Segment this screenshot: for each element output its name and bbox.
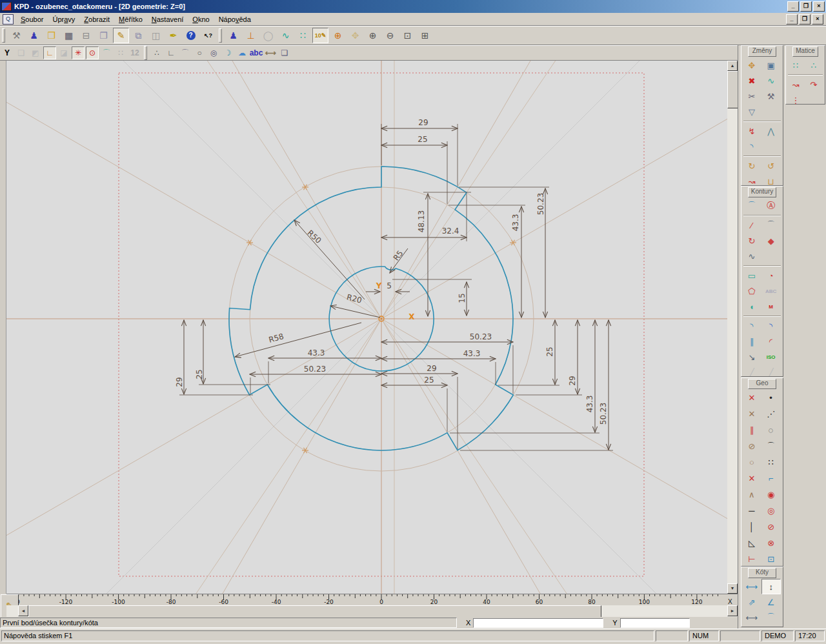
line-gray-a-icon[interactable]: ╱ (742, 365, 761, 377)
triangle-icon[interactable]: ◺ (742, 535, 761, 551)
title-bar[interactable]: KPD - ozubenec_otackomeru - [2D geometri… (0, 0, 826, 13)
point-icon[interactable]: • (761, 390, 781, 406)
sign-button[interactable]: ✒ (165, 28, 181, 43)
view-3d-button[interactable]: ◫ (148, 28, 164, 43)
auto-contour-icon[interactable]: Ⓐ (761, 198, 781, 214)
circle-center-icon[interactable]: ◉ (761, 487, 781, 503)
text-abc-button[interactable]: abc (250, 46, 263, 59)
palette-title-geo[interactable]: Geo (748, 379, 776, 389)
insert-node-icon[interactable]: ∿ (761, 73, 781, 88)
dim-horizontal-icon[interactable]: ⟷ (742, 579, 761, 594)
drawing-area[interactable]: 292532.45YX48.1343.350.2315R50R5R20R5829… (6, 61, 727, 594)
circle-box-icon[interactable]: ⊡ (761, 551, 781, 567)
draw-contour-button[interactable]: ☽ (221, 46, 234, 59)
angle-lines-icon[interactable]: ∧ (742, 487, 761, 503)
palette-title-zmeny[interactable]: Změny (748, 46, 776, 57)
horizontal-line-icon[interactable]: ─ (742, 503, 761, 519)
draw-points-button[interactable]: ∴ (150, 46, 163, 59)
new-window-button[interactable]: ❐ (96, 28, 112, 43)
text-contour-icon[interactable]: ABC (761, 283, 781, 299)
trim-scissors-icon[interactable]: ✂ (742, 88, 761, 104)
hand-curve-icon[interactable]: ↝ (742, 174, 761, 186)
layers-button[interactable]: ◩ (29, 46, 42, 59)
hscroll-thumb[interactable] (28, 605, 601, 618)
hand-move-icon[interactable]: ✥ (742, 57, 761, 73)
filter-icon[interactable]: ▽ (742, 104, 761, 119)
circle-2tangent-icon[interactable]: ⊗ (761, 535, 781, 551)
drawing-svg[interactable] (6, 61, 727, 594)
filled-region-icon[interactable]: ◆ (761, 233, 781, 248)
menu-nastaveni[interactable]: Nastavení (147, 14, 188, 25)
mirror-button[interactable]: ◪ (57, 46, 70, 59)
context-help-button[interactable]: ↖? (200, 28, 216, 43)
mdi-minimize-button[interactable]: _ (786, 14, 798, 25)
dimension-edit-button[interactable]: 10✎ (312, 28, 328, 43)
preview-button[interactable]: ⧉ (130, 28, 146, 43)
arc-mode-button[interactable]: ⌒ (100, 46, 113, 59)
circle-ref-button[interactable]: ◯ (260, 28, 276, 43)
intersect-mark-icon[interactable]: ✕ (742, 470, 761, 487)
offset-contour-icon[interactable]: ∥ (742, 334, 761, 349)
page-button[interactable]: ❑ (15, 46, 28, 59)
menu-okno[interactable]: Okno (188, 14, 214, 25)
dim-radius-icon[interactable]: ⊂ (742, 625, 761, 627)
toolbar-grip[interactable] (2, 28, 5, 43)
mdi-close-button[interactable]: × (812, 14, 823, 25)
zoom-in-button[interactable]: ⊕ (365, 28, 381, 43)
circle-center-line-icon[interactable]: ◎ (761, 503, 781, 519)
step-line-icon[interactable]: ⌐ (761, 470, 781, 487)
fillet-b-icon[interactable]: ◝ (761, 318, 781, 334)
save-button[interactable]: ▦ (61, 28, 77, 43)
menu-napoveda[interactable]: Nápověda (214, 14, 256, 25)
help-button[interactable]: ? (183, 28, 199, 43)
fillet-a-icon[interactable]: ◝ (742, 318, 761, 334)
dim-angle-icon[interactable]: ∠ (761, 594, 781, 610)
modify-hammer-icon[interactable]: ⚒ (761, 88, 781, 104)
scroll-down-button[interactable]: ▼ (727, 583, 738, 594)
rotate-hand-icon[interactable]: ↻ (742, 158, 761, 174)
note-button[interactable]: ❏ (278, 46, 291, 59)
stretch-corner-icon[interactable]: ↯ (742, 123, 761, 139)
dim-chain-icon[interactable]: ⟷ (742, 610, 761, 625)
pan-hand-button[interactable]: ✥ (347, 28, 363, 43)
circle-line-icon[interactable]: ⊘ (742, 438, 761, 454)
scroll-right-button[interactable]: ► (727, 605, 738, 616)
y-axis-button[interactable]: Y (1, 46, 14, 59)
grid-button[interactable]: ∷ (114, 46, 127, 59)
circle-points-icon[interactable]: ◌ (761, 422, 781, 438)
hand-box-icon[interactable]: ⊔ (761, 174, 781, 186)
zoom-out-button[interactable]: ⊖ (382, 28, 398, 43)
vertical-scrollbar[interactable]: ▲ ▼ (727, 61, 738, 594)
restore-button[interactable]: ❐ (800, 1, 812, 12)
select-elements-icon[interactable]: ▣ (761, 57, 781, 73)
macro-icon[interactable]: M (761, 299, 781, 314)
arrow-a-icon[interactable]: ↘ (742, 349, 761, 365)
edit-2d-button[interactable]: ✎ (113, 28, 129, 43)
point-star-button[interactable]: ✳ (72, 46, 85, 59)
assistant2-button[interactable]: ♟ (225, 28, 241, 43)
numeric-button[interactable]: 12 (128, 46, 141, 59)
circle-tangent-icon[interactable]: ⊘ (761, 519, 781, 535)
array-path-icon[interactable]: ↝ (787, 77, 805, 92)
draw-corner-button[interactable]: ∟ (165, 46, 177, 59)
app-tool-button[interactable]: ⚒ (8, 28, 25, 43)
corner-contour-icon[interactable]: ◜ (761, 334, 781, 349)
open-file-button[interactable]: ❒ (43, 28, 59, 43)
assistant-button[interactable]: ♟ (26, 28, 42, 43)
circle-direction-icon[interactable]: ◔ (761, 268, 781, 283)
array-grid-icon[interactable]: ∷ (787, 57, 805, 73)
array-arc-icon[interactable]: ↷ (805, 77, 823, 92)
arrow-iso-icon[interactable]: ISO (761, 349, 781, 365)
print-button[interactable]: ⊟ (78, 28, 94, 43)
ellipse-segment-icon[interactable]: ◖ (742, 299, 761, 314)
minimize-button[interactable]: _ (787, 1, 799, 12)
point-cloud-button[interactable]: ∷ (295, 28, 311, 43)
scroll-left-button[interactable]: ◄ (18, 605, 28, 616)
dim-vertical-icon[interactable]: ↕ (761, 579, 781, 594)
mdi-child-icon[interactable]: Q (3, 14, 14, 25)
intersect-line-icon[interactable]: ✕ (742, 406, 761, 422)
edit-contour-icon[interactable]: ⌒ (742, 198, 761, 214)
draw-region-button[interactable]: ☁ (236, 46, 248, 59)
palette-title-matice[interactable]: Matice (792, 46, 818, 57)
mdi-restore-button[interactable]: ❐ (799, 14, 811, 25)
